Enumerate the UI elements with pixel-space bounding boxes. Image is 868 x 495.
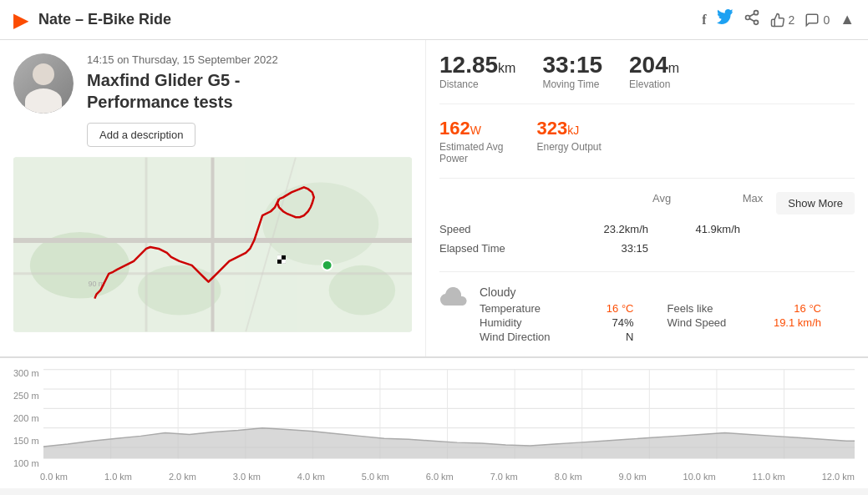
wind-speed-value: 19.1 km/h: [774, 316, 821, 329]
chart-x-label-12: 12.0 km: [822, 472, 855, 482]
svg-point-1: [745, 16, 749, 20]
chart-x-label-11: 11.0 km: [753, 472, 785, 482]
route-map: 90 m: [13, 157, 412, 332]
speed-max: 41.9km/h: [648, 223, 740, 235]
power-stats-row: 162W Estimated AvgPower 323kJ Energy Out…: [439, 118, 855, 179]
speed-label: Speed: [439, 223, 556, 235]
chart-y-label-100: 100 m: [13, 458, 43, 468]
twitter-icon[interactable]: [717, 9, 733, 30]
chart-x-label-4: 4.0 km: [297, 472, 325, 482]
energy-value: 323kJ: [537, 118, 602, 139]
activity-info: 14:15 on Thursday, 15 September 2022 Max…: [87, 53, 412, 147]
strava-logo-icon: ▶: [13, 8, 28, 32]
main-content: 14:15 on Thursday, 15 September 2022 Max…: [0, 40, 868, 357]
left-panel: 14:15 on Thursday, 15 September 2022 Max…: [0, 40, 426, 356]
chart-x-label-0: 0.0 km: [40, 472, 68, 482]
facebook-icon[interactable]: f: [702, 13, 706, 28]
chart-x-label-2: 2.0 km: [169, 472, 196, 482]
avatar: [13, 53, 74, 114]
metrics-table: Avg Max Show More Speed 23.2km/h 41.9km/…: [439, 192, 855, 272]
show-more-button[interactable]: Show More: [776, 192, 855, 215]
activity-name: Maxfind Glider G5 - Performance tests: [87, 69, 412, 113]
chart-x-label-9: 9.0 km: [619, 472, 647, 482]
chart-y-label-250: 250 m: [13, 391, 43, 401]
chart-x-label-1: 1.0 km: [104, 472, 132, 482]
chart-y-labels: 300 m 250 m 200 m 150 m 100 m: [13, 368, 43, 468]
avg-col-header: Avg: [579, 192, 671, 215]
elapsed-time-label: Elapsed Time: [439, 242, 556, 255]
feels-like-label: Feels like: [667, 302, 713, 315]
metrics-col-headers: Avg Max: [579, 192, 763, 215]
comments-count[interactable]: 0: [805, 13, 830, 28]
main-stats-row: 12.85km Distance 33:15 Moving Time 204m …: [439, 53, 855, 104]
kudos-count[interactable]: 2: [770, 13, 795, 28]
energy-label: Energy Output: [537, 141, 602, 153]
metrics-header: Avg Max Show More: [439, 192, 855, 215]
svg-line-4: [749, 13, 754, 16]
temperature-label: Temperature: [480, 302, 541, 315]
svg-rect-20: [282, 260, 286, 264]
activity-header: 14:15 on Thursday, 15 September 2022 Max…: [13, 53, 412, 147]
svg-rect-19: [277, 255, 282, 260]
avg-power-stat: 162W Estimated AvgPower: [439, 118, 504, 164]
elevation-value: 204m: [629, 53, 679, 77]
distance-stat: 12.85km Distance: [439, 53, 515, 90]
svg-point-9: [262, 182, 378, 265]
svg-line-3: [749, 18, 754, 21]
wind-direction-item: Wind Direction N: [480, 331, 667, 343]
elapsed-time-metric-row: Elapsed Time 33:15: [439, 239, 855, 258]
speed-avg: 23.2km/h: [556, 223, 648, 235]
temperature-item: Temperature 16 °C: [480, 302, 667, 315]
header: ▶ Nate – E-Bike Ride f 2 0 ▲: [0, 0, 868, 40]
chart-x-label-10: 10.0 km: [683, 472, 716, 482]
page-title: Nate – E-Bike Ride: [38, 11, 702, 28]
chart-area: 300 m 250 m 200 m 150 m 100 m: [13, 368, 855, 468]
svg-point-0: [754, 11, 758, 15]
weather-section: Cloudy Temperature 16 °C Feels like 16 °…: [439, 285, 855, 343]
moving-time-stat: 33:15 Moving Time: [542, 53, 602, 90]
share-icon[interactable]: [744, 9, 760, 30]
distance-value: 12.85km: [439, 53, 515, 77]
feels-like-value: 16 °C: [794, 302, 821, 315]
right-panel: 12.85km Distance 33:15 Moving Time 204m …: [426, 40, 868, 356]
header-actions: f 2 0 ▲: [702, 9, 855, 30]
humidity-item: Humidity 74%: [480, 316, 667, 329]
chart-x-label-7: 7.0 km: [490, 472, 518, 482]
max-col-header: Max: [671, 192, 763, 215]
temperature-value: 16 °C: [607, 302, 634, 315]
svg-point-2: [754, 20, 758, 24]
avg-power-value: 162W: [439, 118, 504, 139]
elevation-chart: 300 m 250 m 200 m 150 m 100 m: [0, 357, 868, 488]
elevation-label: Elevation: [629, 78, 679, 90]
elapsed-time-avg: 33:15: [556, 242, 648, 255]
chart-y-label-150: 150 m: [13, 436, 43, 446]
expand-icon[interactable]: ▲: [840, 11, 855, 28]
chart-y-label-200: 200 m: [13, 413, 43, 423]
chart-x-label-6: 6.0 km: [426, 472, 454, 482]
moving-time-value: 33:15: [542, 53, 602, 77]
avg-power-label: Estimated AvgPower: [439, 141, 504, 164]
moving-time-label: Moving Time: [542, 78, 602, 90]
humidity-value: 74%: [612, 316, 633, 329]
elevation-stat: 204m Elevation: [629, 53, 679, 90]
chart-x-label-3: 3.0 km: [233, 472, 261, 482]
chart-x-label-8: 8.0 km: [555, 472, 582, 482]
distance-label: Distance: [439, 78, 515, 90]
weather-condition: Cloudy: [480, 285, 855, 299]
chart-x-labels: 0.0 km 1.0 km 2.0 km 3.0 km 4.0 km 5.0 k…: [13, 472, 855, 482]
feels-like-item: Feels like 16 °C: [667, 302, 855, 315]
humidity-label: Humidity: [480, 316, 522, 329]
energy-stat: 323kJ Energy Output: [537, 118, 602, 164]
speed-metric-row: Speed 23.2km/h 41.9km/h: [439, 220, 855, 239]
weather-details: Temperature 16 °C Feels like 16 °C Humid…: [480, 302, 855, 343]
add-description-button[interactable]: Add a description: [87, 123, 195, 147]
activity-date: 14:15 on Thursday, 15 September 2022: [87, 53, 412, 66]
wind-direction-label: Wind Direction: [480, 331, 551, 343]
wind-speed-label: Wind Speed: [667, 316, 727, 329]
wind-speed-item: Wind Speed 19.1 km/h: [667, 316, 855, 329]
svg-point-17: [322, 260, 332, 270]
chart-x-label-5: 5.0 km: [362, 472, 389, 482]
cloud-icon: [439, 287, 470, 316]
weather-main: Cloudy Temperature 16 °C Feels like 16 °…: [480, 285, 855, 343]
chart-y-label-300: 300 m: [13, 368, 43, 378]
